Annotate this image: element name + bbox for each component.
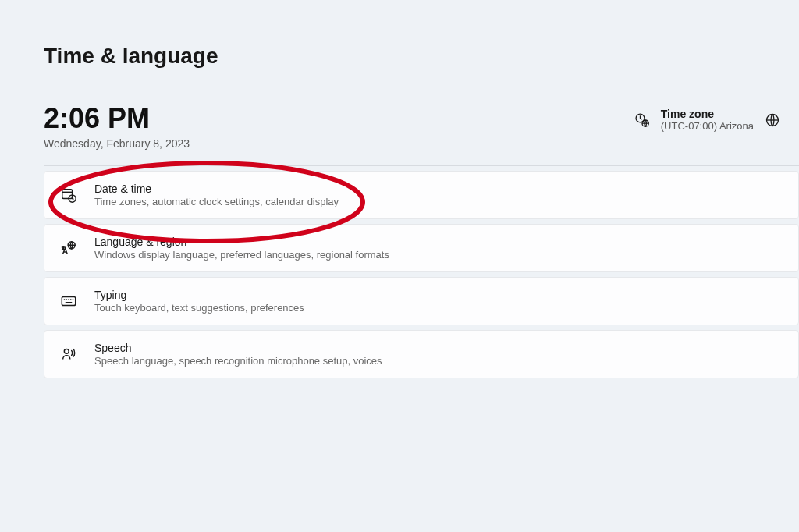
current-date: Wednesday, February 8, 2023 — [44, 137, 190, 150]
divider — [44, 165, 799, 166]
item-subtitle: Windows display language, preferred lang… — [94, 249, 389, 261]
item-subtitle: Speech language, speech recognition micr… — [94, 355, 382, 367]
timezone-block[interactable]: Time zone (UTC-07:00) Arizona — [634, 103, 790, 132]
svg-rect-6 — [62, 296, 75, 305]
item-typing[interactable]: Typing Touch keyboard, text suggestions,… — [44, 277, 799, 325]
page-title: Time & language — [44, 44, 799, 69]
item-language-region[interactable]: Language & region Windows display langua… — [44, 224, 799, 272]
item-subtitle: Time zones, automatic clock settings, ca… — [94, 196, 339, 207]
keyboard-icon — [60, 293, 77, 310]
calendar-clock-icon — [60, 186, 77, 204]
language-globe-icon — [60, 239, 77, 257]
svg-rect-3 — [62, 189, 73, 198]
timezone-value: (UTC-07:00) Arizona — [661, 120, 754, 132]
item-title: Typing — [94, 289, 304, 301]
timezone-label: Time zone — [661, 108, 754, 120]
item-title: Speech — [94, 342, 382, 354]
speech-icon — [60, 346, 77, 363]
item-title: Language & region — [94, 236, 389, 248]
item-subtitle: Touch keyboard, text suggestions, prefer… — [94, 302, 304, 314]
current-time: 2:06 PM — [44, 103, 190, 134]
globe-icon — [765, 112, 780, 128]
clock-globe-icon — [634, 112, 650, 128]
item-title: Date & time — [94, 183, 339, 195]
item-speech[interactable]: Speech Speech language, speech recogniti… — [44, 330, 799, 378]
svg-point-7 — [64, 349, 69, 353]
clock-block: 2:06 PM Wednesday, February 8, 2023 — [44, 103, 190, 150]
item-date-time[interactable]: Date & time Time zones, automatic clock … — [44, 171, 799, 219]
